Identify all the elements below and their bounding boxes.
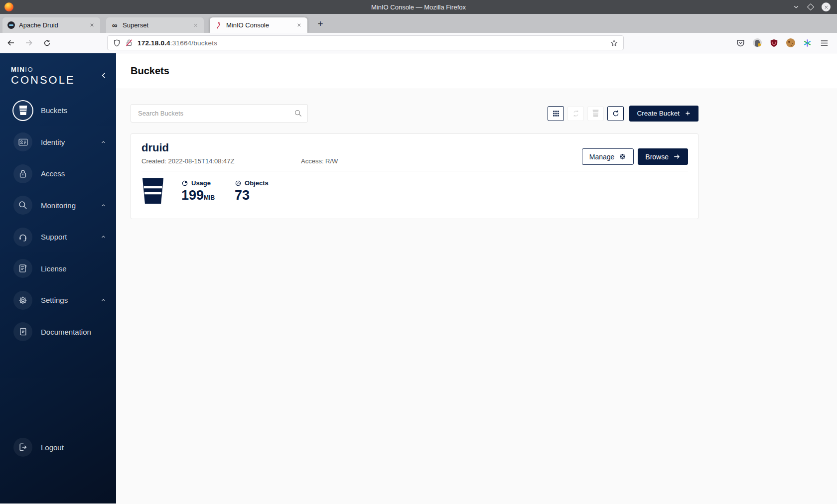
sidebar-collapse-icon[interactable] xyxy=(99,70,109,80)
magnifier-icon xyxy=(13,196,32,215)
colorful-asterisk-extension-icon[interactable] xyxy=(803,38,812,48)
tab-close-icon[interactable] xyxy=(191,21,199,29)
tab-apache-druid[interactable]: Apache Druid xyxy=(2,17,100,33)
page-title: Buckets xyxy=(131,65,169,77)
headset-icon xyxy=(13,228,32,247)
url-text: 172.18.0.4:31664/buckets xyxy=(138,39,217,47)
usage-unit: MiB xyxy=(204,194,215,201)
sidebar-item-logout[interactable]: Logout xyxy=(0,432,116,462)
documentation-book-icon xyxy=(13,322,32,341)
logo-io: IO xyxy=(25,66,33,73)
usage-value: 199 xyxy=(181,188,204,203)
gear-icon xyxy=(619,153,626,160)
gear-icon xyxy=(13,291,32,310)
tab-title: Superset xyxy=(123,21,191,29)
forward-button[interactable] xyxy=(22,36,36,50)
delete-buckets-button xyxy=(587,106,604,121)
pie-chart-icon xyxy=(181,180,188,187)
objects-metric: Objects 73 xyxy=(235,179,269,202)
search-box xyxy=(131,104,308,123)
bucket-icon xyxy=(13,101,32,120)
bucket-access: Access: R/W xyxy=(301,157,338,165)
chevron-up-icon[interactable] xyxy=(100,297,107,303)
bucket-created: Created: 2022-08-15T14:08:47Z xyxy=(141,157,301,165)
arrow-right-icon xyxy=(673,153,681,160)
search-input[interactable] xyxy=(131,104,308,123)
chevron-up-icon[interactable] xyxy=(100,139,107,145)
sidebar-item-buckets[interactable]: Buckets xyxy=(0,95,116,126)
bucket-card[interactable]: druid Created: 2022-08-15T14:08:47Z Acce… xyxy=(131,133,698,219)
sidebar-item-documentation[interactable]: Documentation xyxy=(0,316,116,348)
bucket-name[interactable]: druid xyxy=(141,142,338,154)
page-header: Buckets xyxy=(116,53,837,89)
tab-close-icon[interactable] xyxy=(295,21,303,29)
plus-icon xyxy=(685,110,691,117)
browse-button[interactable]: Browse xyxy=(638,148,688,165)
menu-hamburger-icon[interactable] xyxy=(820,38,829,48)
manage-button[interactable]: Manage xyxy=(582,148,634,165)
sidebar-item-support[interactable]: Support xyxy=(0,221,116,253)
view-grid-button[interactable] xyxy=(548,106,564,121)
license-document-icon xyxy=(13,259,32,278)
bookmark-star-icon[interactable] xyxy=(610,39,618,47)
window-titlebar: MinIO Console — Mozilla Firefox xyxy=(0,0,837,14)
firefox-logo-icon xyxy=(4,2,13,11)
window-maximize-button[interactable] xyxy=(807,3,814,10)
sidebar-item-settings[interactable]: Settings xyxy=(0,284,116,316)
set-replication-button xyxy=(567,106,584,121)
minio-favicon-icon xyxy=(214,21,222,29)
create-bucket-button[interactable]: Create Bucket xyxy=(629,106,698,122)
window-close-button[interactable] xyxy=(822,2,831,11)
browser-toolbar: 172.18.0.4:31664/buckets xyxy=(0,33,837,53)
sidebar-item-identity[interactable]: Identity xyxy=(0,126,116,158)
identity-card-icon xyxy=(13,132,32,151)
tab-close-icon[interactable] xyxy=(88,21,96,29)
druid-favicon-icon xyxy=(7,21,15,29)
back-button[interactable] xyxy=(4,36,18,50)
search-icon xyxy=(294,109,302,118)
chevron-up-icon[interactable] xyxy=(100,202,107,209)
cookie-extension-icon[interactable] xyxy=(786,38,795,47)
sidebar: MINIO CONSOLE Buckets Identity Access Mo… xyxy=(0,53,116,504)
insecure-lock-icon[interactable] xyxy=(125,38,134,47)
extension-account-icon[interactable] xyxy=(753,38,762,47)
usage-metric: Usage 199MiB xyxy=(181,179,215,202)
superset-favicon-icon: ∞ xyxy=(111,21,119,29)
pocket-icon[interactable] xyxy=(736,38,745,48)
reload-button[interactable] xyxy=(40,36,54,50)
logout-icon xyxy=(13,438,32,457)
tab-superset[interactable]: ∞ Superset xyxy=(106,17,204,33)
new-tab-button[interactable]: + xyxy=(313,17,327,31)
tab-title: MinIO Console xyxy=(226,21,295,29)
lock-icon xyxy=(13,164,32,183)
url-bar[interactable]: 172.18.0.4:31664/buckets xyxy=(107,35,624,50)
url-path: :31664/buckets xyxy=(170,39,217,47)
sidebar-item-license[interactable]: License xyxy=(0,253,116,285)
objects-value: 73 xyxy=(235,189,269,202)
tab-bar: Apache Druid ∞ Superset MinIO Console + xyxy=(0,14,837,33)
sidebar-item-monitoring[interactable]: Monitoring xyxy=(0,190,116,222)
logo-min: MIN xyxy=(11,66,25,73)
chevron-up-icon[interactable] xyxy=(100,234,107,240)
url-host: 172.18.0.4 xyxy=(138,39,170,47)
tab-minio-console[interactable]: MinIO Console xyxy=(210,17,307,33)
sidebar-item-access[interactable]: Access xyxy=(0,158,116,190)
ublock-origin-icon[interactable] xyxy=(769,38,779,48)
window-title: MinIO Console — Mozilla Firefox xyxy=(0,3,837,11)
tab-title: Apache Druid xyxy=(19,21,88,29)
window-minimize-button[interactable] xyxy=(793,3,800,10)
refresh-button[interactable] xyxy=(607,106,624,121)
tracking-protection-shield-icon[interactable] xyxy=(113,39,121,47)
bucket-icon xyxy=(141,178,164,204)
objects-icon xyxy=(235,180,242,187)
